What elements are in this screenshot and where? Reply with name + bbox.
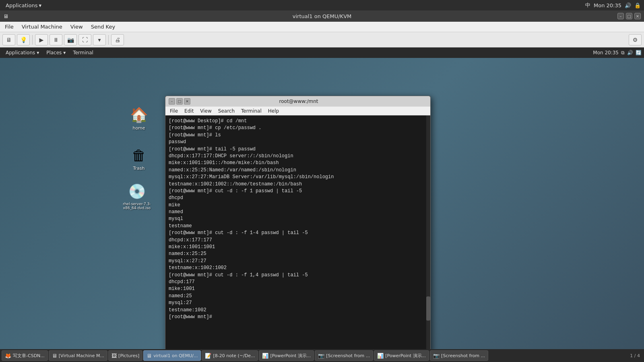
topbar-right: 中 Mon 20:35 🔊 🔒 [585,2,641,9]
vmm-window-controls: – □ ✕ [616,13,641,19]
taskbar-item-screenshot1[interactable]: 📷 [Screenshot from ... [315,350,373,361]
terminal-line: named [169,209,427,216]
term-maximize-btn[interactable]: □ [176,98,183,105]
firefox-icon: 🦊 [5,353,11,359]
terminal-line: mysql:x:27:27:MariaDB Server:/var/lib/my… [169,174,427,181]
ppt2-label: [PowerPoint 演示... [385,353,426,359]
taskbar-item-ppt1[interactable]: 📊 [PowerPoint 演示... [259,350,314,361]
terminal-line: mike:1001 [169,286,427,292]
vmm-menu-sendkey[interactable]: Send Key [88,23,118,31]
tb-fullscreen-btn[interactable]: ⛶ [78,34,91,45]
tb-print-btn[interactable]: 🖨 [111,34,124,45]
screenshot1-label: [Screenshot from ... [326,353,370,358]
taskbar-item-vm-active[interactable]: 🖥 virtual1 on QEMU/... [143,350,201,361]
ppt1-label: [PowerPoint 演示... [270,353,311,359]
trash-icon: 🗑 [129,146,149,165]
terminal-line: [root@www Desktop]# cd /mnt [169,118,427,125]
tb-pause-btn[interactable]: ⏸ [50,34,62,45]
applications-menu[interactable]: Applications ▾ [3,2,44,9]
term-win-btns: – □ ✕ [169,98,190,105]
ppt1-icon: 📊 [262,353,268,359]
applications-label: Applications [6,2,37,8]
taskbar-item-pictures[interactable]: 🖼 [Pictures] [108,350,142,361]
vmm-maximize-btn[interactable]: □ [626,13,632,19]
ppt2-icon: 📊 [377,353,384,359]
tb-bulb-btn[interactable]: 💡 [17,34,30,45]
taskbar-item-firefox[interactable]: 🦊 写文章-CSDN... [2,350,48,361]
taskbar-item-screenshot2[interactable]: 📷 [Screenshot from ... [430,350,488,361]
term-menu-help[interactable]: Help [265,108,282,114]
vmm-menu-file[interactable]: File [2,23,17,31]
iso-label: rhel-server-7.3-x86_64-dvd.iso [120,202,153,210]
inner-applications-menu[interactable]: Applications ▾ [2,49,42,56]
tb-snapshot-btn[interactable]: 📷 [64,34,77,45]
inner-topbar: Applications ▾ Places ▾ Terminal Mon 20:… [0,47,644,58]
inner-terminal-menu[interactable]: Terminal [70,49,97,56]
vmm-menubar: File Virtual Machine View Send Key [0,22,644,32]
term-menu-view[interactable]: View [197,108,214,114]
term-minimize-btn[interactable]: – [169,98,175,105]
vmm-titlebar: 🖥 virtual1 on QEMU/KVM – □ ✕ [0,10,644,22]
vmm-window: 🖥 virtual1 on QEMU/KVM – □ ✕ File Virtua… [0,10,644,362]
term-menu-search[interactable]: Search [215,108,237,114]
screenshot2-label: [Screenshot from ... [441,353,485,358]
term-menu-file[interactable]: File [167,108,181,114]
term-menu-terminal[interactable]: Terminal [238,108,264,114]
terminal-line: testname:1002 [169,307,427,314]
vm-active-icon: 🖥 [147,353,152,359]
terminal-line: [root@www mnt]# ls [169,132,427,139]
vmm-toolbar: 🖥 💡 ▶ ⏸ 📷 ⛶ ▾ 🖨 ⚙ [0,32,644,47]
pictures-label: [Pictures] [118,353,139,358]
tb-play-btn[interactable]: ▶ [35,34,48,45]
firefox-label: 写文章-CSDN... [13,353,45,359]
terminal-line: dhcpd [169,195,427,202]
screenshot1-icon: 📷 [318,353,324,359]
terminal-scrollbar[interactable] [426,115,430,353]
terminal-titlebar: – □ ✕ root@www:/mnt [165,96,430,107]
page-indicator: 1 / 4 [630,353,642,358]
terminal-line: passwd [169,139,427,146]
vmm-content[interactable]: Applications ▾ Places ▾ Terminal Mon 20:… [0,47,644,362]
vmm-minimize-btn[interactable]: – [617,13,624,19]
terminal-window[interactable]: – □ ✕ root@www:/mnt File Edit View Searc… [165,96,431,353]
terminal-body[interactable]: [root@www Desktop]# cd /mnt[root@www mnt… [165,115,430,353]
terminal-line: dhcpd:x:177:177:DHCP server:/:/sbin/nolo… [169,153,427,160]
desktop-icon-trash[interactable]: 🗑 Trash [121,144,157,173]
inner-network-icon: 🔄 [636,50,642,56]
inner-places-menu[interactable]: Places ▾ [43,49,69,56]
iso-icon: 💿 [127,182,147,201]
inner-vol-icon: 🔊 [627,50,633,56]
tb-separator-1 [32,35,33,45]
terminal-line: named:25 [169,293,427,300]
terminal-line: named:x:25:25 [169,251,427,257]
terminal-line: mike:x:1001:1001 [169,244,427,251]
volume-icon: 🔊 [625,2,631,8]
inner-restore-icon: ⧉ [621,50,625,56]
vmm-taskbar-icon: 🖥 [52,353,57,359]
taskbar-item-notes[interactable]: 📝 [8-20 note (~/De... [202,350,258,361]
terminal-line: mysql:27 [169,300,427,306]
inner-places-label: Places [46,50,62,56]
notes-label: [8-20 note (~/De... [213,353,255,358]
tb-chevron-btn[interactable]: ▾ [93,34,106,45]
vmm-close-btn[interactable]: ✕ [634,13,641,19]
taskbar-item-vmm[interactable]: 🖥 [Virtual Machine M... [49,350,107,361]
inner-topbar-left: Applications ▾ Places ▾ Terminal [2,49,97,56]
taskbar-item-ppt2[interactable]: 📊 [PowerPoint 演示... [374,350,429,361]
term-close-btn[interactable]: ✕ [184,98,190,105]
desktop-icon-home[interactable]: 🏠 home [121,104,157,132]
inner-clock: Mon 20:35 [593,50,619,56]
terminal-line: [root@www mnt]# [169,314,427,321]
terminal-line: mike:x:1001:1001::/home/mike:/bin/bash [169,160,427,167]
tb-settings-btn[interactable]: ⚙ [629,34,642,45]
vmm-menu-virtualmachine[interactable]: Virtual Machine [19,23,66,31]
term-menu-edit[interactable]: Edit [182,108,196,114]
home-icon: 🏠 [129,105,149,125]
home-label: home [132,125,145,131]
vmm-menu-view[interactable]: View [67,23,86,31]
terminal-scrollthumb[interactable] [426,296,430,321]
host-topbar: Applications ▾ 中 Mon 20:35 🔊 🔒 [0,0,644,10]
pictures-icon: 🖼 [111,353,117,359]
tb-screen-btn[interactable]: 🖥 [2,34,15,45]
desktop-icon-iso[interactable]: 💿 rhel-server-7.3-x86_64-dvd.iso [119,180,155,212]
